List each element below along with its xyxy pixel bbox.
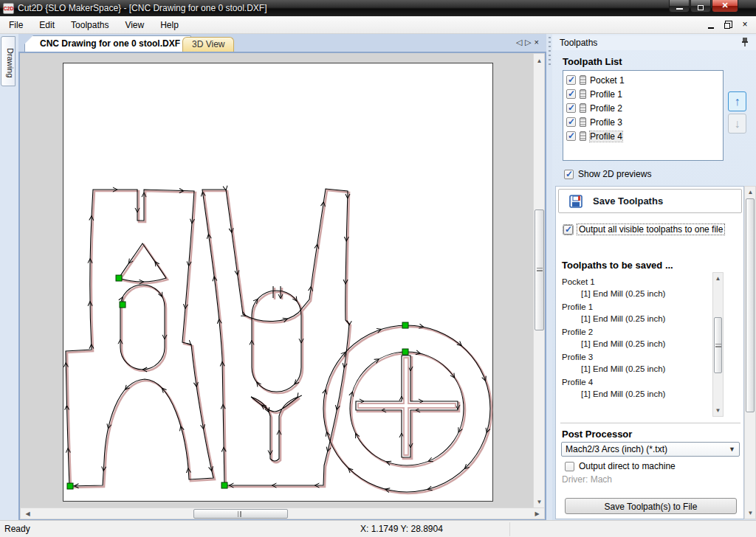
tab-next-icon[interactable]: ▷: [525, 38, 534, 46]
scroll-up-icon[interactable]: ▲: [534, 55, 545, 66]
window-minimize-button[interactable]: [669, 0, 690, 13]
show-2d-previews-label: Show 2D previews: [578, 169, 651, 179]
scroll-up-icon[interactable]: ▲: [745, 187, 756, 198]
scroll-right-icon[interactable]: ▶: [532, 508, 543, 519]
toolpath-triangle-cutout: [119, 243, 166, 282]
drawing-page[interactable]: [63, 63, 493, 502]
panel-splitter[interactable]: [546, 34, 552, 520]
saved-toolpath-name: Profile 2: [562, 328, 709, 337]
start-point-marker: [67, 483, 73, 489]
canvas-horizontal-scrollbar[interactable]: ◀ ▶: [20, 507, 545, 519]
save-floppy-icon: [569, 195, 583, 208]
arrow-down-icon: ↓: [735, 117, 740, 130]
window-close-button[interactable]: ✕: [712, 0, 738, 13]
start-point-marker: [402, 349, 408, 355]
toolpath-list[interactable]: Pocket 1 Profile 1 Profile 2 Profile 3 P…: [563, 70, 724, 161]
toolpath-triangle-cutout: [120, 245, 168, 283]
window-restore-button[interactable]: [690, 0, 711, 13]
menu-help[interactable]: Help: [153, 18, 186, 32]
end-mill-icon: [580, 75, 586, 85]
title-bar: C2D Cut2D {SLO MakerSpace} - [CNC Drawin…: [0, 0, 756, 16]
save-toolpaths-to-file-button[interactable]: Save Toolpath(s) to File: [565, 498, 737, 514]
scrollbar-thumb[interactable]: [746, 198, 755, 412]
mdi-restore-button[interactable]: [723, 19, 733, 29]
status-bar: Ready X: 1.1749 Y: 28.8904: [0, 520, 756, 537]
toolpaths-panel-header: Toolpaths: [552, 35, 756, 50]
toolpath-visibility-checkbox[interactable]: [566, 89, 576, 99]
saved-list-scrollbar[interactable]: ▲ ▼: [712, 272, 724, 417]
toolpath-visibility-checkbox[interactable]: [566, 75, 576, 85]
toolpath-list-item[interactable]: Profile 4: [566, 129, 723, 143]
output-direct-checkbox[interactable]: [565, 462, 574, 471]
toolpath-list-item[interactable]: Pocket 1: [566, 73, 723, 87]
cursor-coordinates: X: 1.1749 Y: 28.8904: [360, 524, 443, 534]
toolpath-list-item[interactable]: Profile 2: [566, 101, 723, 115]
toolpath-list-item[interactable]: Profile 1: [566, 87, 723, 101]
scrollbar-thumb[interactable]: [714, 317, 722, 373]
panel-scrollbar[interactable]: ▲ ▼: [744, 186, 756, 519]
window-title: Cut2D {SLO MakerSpace} - [CNC Drawing fo…: [18, 3, 267, 13]
move-toolpath-up-button[interactable]: ↑: [728, 91, 746, 111]
output-one-file-checkbox[interactable]: [563, 225, 573, 235]
toolpath-visibility-checkbox[interactable]: [566, 131, 576, 141]
saved-toolpath-tool: [1] End Mill (0.25 inch): [581, 339, 709, 349]
status-message: Ready: [4, 524, 30, 534]
saved-toolpath-name: Profile 1: [562, 302, 709, 312]
minimize-icon: [676, 7, 683, 10]
scrollbar-thumb[interactable]: [193, 509, 288, 519]
driver-label: Driver: Mach: [562, 474, 612, 485]
show-2d-previews-checkbox[interactable]: [564, 170, 574, 179]
move-toolpath-down-button[interactable]: ↓: [728, 114, 746, 134]
output-one-file-label: Output all visible toolpaths to one file: [577, 224, 724, 235]
toolpath-item-label: Profile 3: [590, 117, 622, 128]
drawing-flyout-tab[interactable]: Drawing: [1, 36, 16, 86]
tab-navigation-buttons[interactable]: ◁▷×: [516, 38, 542, 47]
end-mill-icon: [580, 131, 586, 141]
chevron-down-icon: ▼: [729, 446, 735, 453]
toolpath-visibility-checkbox[interactable]: [566, 103, 576, 113]
saved-toolpath-name: Profile 4: [562, 378, 709, 387]
menu-bar: File Edit Toolpaths View Help: [0, 16, 756, 34]
scroll-down-icon[interactable]: ▼: [745, 507, 756, 519]
save-toolpaths-section: Save Toolpaths Output all visible toolpa…: [555, 186, 744, 519]
toolpath-arrow-tenon: [251, 397, 298, 461]
left-flyout-strip: Drawing: [0, 34, 18, 520]
toolpath-oval-cutout-left: [120, 285, 165, 370]
saved-toolpath-tool: [1] End Mill (0.25 inch): [581, 364, 709, 374]
menu-toolpaths[interactable]: Toolpaths: [63, 18, 116, 32]
scroll-down-icon[interactable]: ▼: [534, 496, 545, 507]
start-point-marker: [221, 482, 227, 488]
canvas-vertical-scrollbar[interactable]: ▲ ▼: [533, 53, 545, 510]
mdi-minimize-button[interactable]: [706, 19, 716, 29]
scroll-up-icon[interactable]: ▲: [712, 273, 724, 284]
tab-prev-icon[interactable]: ◁: [516, 38, 525, 46]
toolpath-item-label: Profile 1: [590, 89, 622, 100]
mdi-close-button[interactable]: ×: [740, 19, 750, 29]
post-processor-title: Post Processor: [562, 429, 632, 440]
toolpath-left-panel: [67, 191, 215, 488]
toolpath-visibility-checkbox[interactable]: [566, 117, 576, 127]
tab-cnc-drawing[interactable]: CNC Drawing for one 0 stool.DXF: [24, 35, 191, 52]
toolpaths-panel: Toolpaths Toolpath List Pocket 1 Profile…: [552, 34, 756, 520]
menu-edit[interactable]: Edit: [32, 18, 62, 32]
menu-view[interactable]: View: [117, 18, 151, 32]
toolpath-cross-pocket: [356, 356, 458, 457]
document-tab-strip: CNC Drawing for one 0 stool.DXF 3D View …: [18, 34, 546, 52]
tab-close-icon[interactable]: ×: [535, 38, 542, 46]
scroll-down-icon[interactable]: ▼: [712, 405, 724, 416]
tab-3d-view[interactable]: 3D View: [182, 37, 234, 52]
menu-file[interactable]: File: [1, 18, 30, 32]
start-point-marker: [120, 302, 126, 308]
toolpath-list-item[interactable]: Profile 3: [566, 115, 723, 129]
saved-toolpath-name: Pocket 1: [562, 277, 709, 287]
arrow-up-icon: ↑: [735, 95, 740, 108]
post-processor-dropdown[interactable]: Mach2/3 Arcs (inch) (*.txt) ▼: [561, 442, 740, 457]
toolpath-oval-cutout-middle: [252, 291, 301, 392]
drawing-canvas[interactable]: ▲ ▼ ◀ ▶: [18, 52, 546, 520]
scroll-left-icon[interactable]: ◀: [22, 508, 33, 519]
pin-icon[interactable]: [741, 38, 749, 46]
start-point-marker: [402, 322, 408, 328]
start-point-marker: [116, 275, 122, 281]
save-toolpaths-header: Save Toolpaths: [558, 189, 742, 213]
scrollbar-thumb[interactable]: [535, 209, 544, 330]
